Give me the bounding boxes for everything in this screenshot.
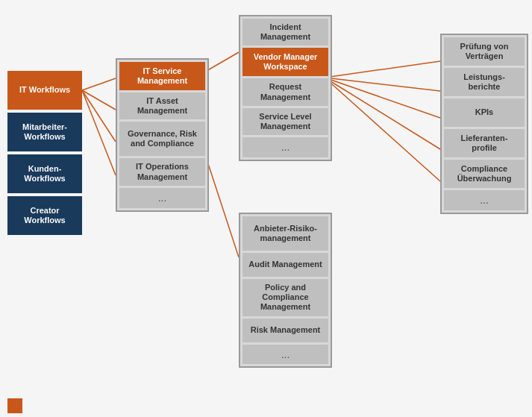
leistungsberichte-box[interactable]: Leistungs-berichte [444, 68, 525, 96]
service-level-mgmt-box[interactable]: Service Level Management [242, 108, 328, 135]
creator-workflows-box[interactable]: Creator Workflows [7, 196, 82, 235]
col4-dots: ... [444, 190, 525, 210]
col4-vendor-details: Prüfung von Verträgen Leistungs-berichte… [440, 34, 528, 214]
svg-line-9 [325, 78, 440, 149]
lieferantenprofile-box[interactable]: Lieferanten-profile [444, 129, 525, 157]
col3top-dots: ... [242, 137, 328, 157]
bottom-marker [7, 398, 22, 413]
col2-it-workflows: IT Service Management IT Asset Managemen… [116, 58, 209, 212]
it-asset-mgmt-box[interactable]: IT Asset Management [119, 93, 205, 119]
compliance-ueberwachung-box[interactable]: Compliance Überwachung [444, 160, 525, 188]
col3-bot-panel: Anbieter-Risiko-management Audit Managem… [239, 213, 332, 368]
request-mgmt-box[interactable]: Request Management [242, 78, 328, 105]
diagram-container: IT Workflows Mitarbeiter-Workflows Kunde… [0, 0, 532, 417]
it-workflows-box[interactable]: IT Workflows [7, 71, 82, 110]
svg-line-0 [82, 78, 116, 90]
col1-workflow-types: IT Workflows Mitarbeiter-Workflows Kunde… [7, 71, 82, 235]
policy-compliance-box[interactable]: Policy and Compliance Management [242, 279, 328, 316]
governance-risk-box[interactable]: Governance, Risk and Compliance [119, 122, 205, 156]
svg-line-6 [325, 61, 440, 78]
kunden-workflows-box[interactable]: Kunden-Workflows [7, 154, 82, 193]
it-service-mgmt-box[interactable]: IT Service Management [119, 62, 205, 90]
it-ops-mgmt-box[interactable]: IT Operations Management [119, 158, 205, 185]
svg-line-3 [82, 90, 116, 175]
risk-mgmt-box[interactable]: Risk Management [242, 319, 328, 342]
mitarbeiter-workflows-box[interactable]: Mitarbeiter-Workflows [7, 113, 82, 151]
svg-line-8 [325, 78, 440, 118]
col2-dots: ... [119, 188, 205, 208]
audit-mgmt-box[interactable]: Audit Management [242, 253, 328, 277]
incident-mgmt-box[interactable]: Incident Management [242, 19, 328, 46]
svg-line-2 [82, 90, 116, 142]
col3-top-panel: Incident Management Vendor Manager Works… [239, 15, 332, 161]
kpis-box[interactable]: KPIs [444, 98, 525, 127]
pruefung-vertraege-box[interactable]: Prüfung von Verträgen [444, 37, 525, 66]
svg-line-10 [325, 78, 440, 181]
col3bot-dots: ... [242, 345, 328, 365]
svg-line-1 [82, 90, 116, 110]
svg-line-7 [325, 78, 440, 91]
vendor-mgr-workspace-box[interactable]: Vendor Manager Workspace [242, 48, 328, 76]
anbieter-risiko-box[interactable]: Anbieter-Risiko-management [242, 216, 328, 251]
